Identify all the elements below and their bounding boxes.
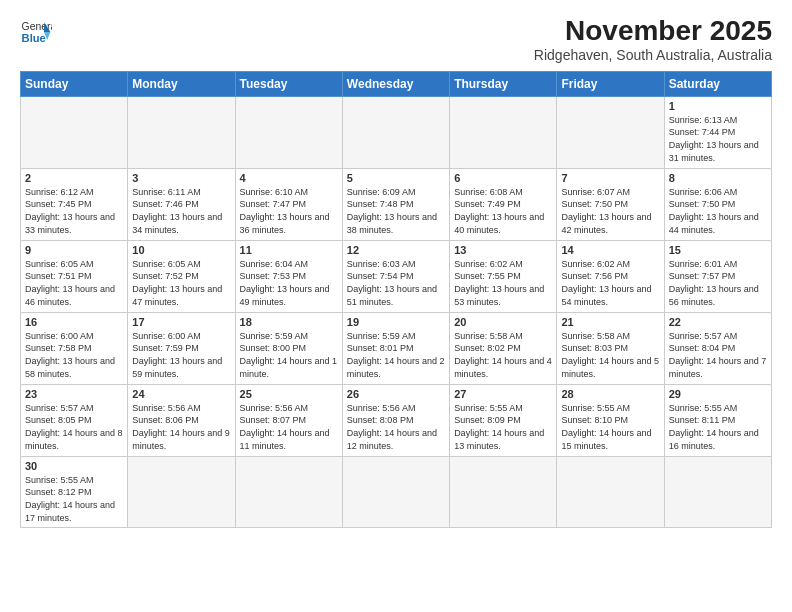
calendar-day-cell: 29Sunrise: 5:55 AM Sunset: 8:11 PM Dayli… — [664, 384, 771, 456]
calendar-day-cell: 26Sunrise: 5:56 AM Sunset: 8:08 PM Dayli… — [342, 384, 449, 456]
day-info: Sunrise: 6:09 AM Sunset: 7:48 PM Dayligh… — [347, 186, 445, 236]
day-info: Sunrise: 6:10 AM Sunset: 7:47 PM Dayligh… — [240, 186, 338, 236]
day-info: Sunrise: 6:13 AM Sunset: 7:44 PM Dayligh… — [669, 114, 767, 164]
title-section: November 2025 Ridgehaven, South Australi… — [534, 16, 772, 63]
weekday-header-thursday: Thursday — [450, 71, 557, 96]
day-number: 17 — [132, 316, 230, 328]
day-number: 27 — [454, 388, 552, 400]
calendar-day-cell: 7Sunrise: 6:07 AM Sunset: 7:50 PM Daylig… — [557, 168, 664, 240]
calendar-day-cell — [557, 456, 664, 527]
day-info: Sunrise: 6:05 AM Sunset: 7:51 PM Dayligh… — [25, 258, 123, 308]
day-number: 5 — [347, 172, 445, 184]
svg-text:Blue: Blue — [22, 32, 46, 44]
day-info: Sunrise: 6:04 AM Sunset: 7:53 PM Dayligh… — [240, 258, 338, 308]
calendar-week-row: 23Sunrise: 5:57 AM Sunset: 8:05 PM Dayli… — [21, 384, 772, 456]
calendar-day-cell: 21Sunrise: 5:58 AM Sunset: 8:03 PM Dayli… — [557, 312, 664, 384]
calendar-day-cell: 6Sunrise: 6:08 AM Sunset: 7:49 PM Daylig… — [450, 168, 557, 240]
calendar-day-cell — [342, 96, 449, 168]
calendar-day-cell: 22Sunrise: 5:57 AM Sunset: 8:04 PM Dayli… — [664, 312, 771, 384]
calendar-day-cell — [450, 96, 557, 168]
calendar-week-row: 16Sunrise: 6:00 AM Sunset: 7:58 PM Dayli… — [21, 312, 772, 384]
day-number: 1 — [669, 100, 767, 112]
day-number: 22 — [669, 316, 767, 328]
page: General Blue November 2025 Ridgehaven, S… — [0, 0, 792, 538]
calendar-day-cell: 12Sunrise: 6:03 AM Sunset: 7:54 PM Dayli… — [342, 240, 449, 312]
day-number: 19 — [347, 316, 445, 328]
weekday-header-monday: Monday — [128, 71, 235, 96]
calendar-day-cell — [128, 456, 235, 527]
weekday-header-sunday: Sunday — [21, 71, 128, 96]
day-info: Sunrise: 5:58 AM Sunset: 8:02 PM Dayligh… — [454, 330, 552, 380]
day-number: 13 — [454, 244, 552, 256]
calendar-day-cell: 10Sunrise: 6:05 AM Sunset: 7:52 PM Dayli… — [128, 240, 235, 312]
calendar-day-cell — [235, 456, 342, 527]
day-info: Sunrise: 5:57 AM Sunset: 8:04 PM Dayligh… — [669, 330, 767, 380]
calendar: SundayMondayTuesdayWednesdayThursdayFrid… — [20, 71, 772, 528]
day-number: 21 — [561, 316, 659, 328]
weekday-header-tuesday: Tuesday — [235, 71, 342, 96]
calendar-day-cell: 9Sunrise: 6:05 AM Sunset: 7:51 PM Daylig… — [21, 240, 128, 312]
calendar-day-cell — [235, 96, 342, 168]
calendar-day-cell: 16Sunrise: 6:00 AM Sunset: 7:58 PM Dayli… — [21, 312, 128, 384]
day-info: Sunrise: 5:59 AM Sunset: 8:01 PM Dayligh… — [347, 330, 445, 380]
calendar-day-cell: 1Sunrise: 6:13 AM Sunset: 7:44 PM Daylig… — [664, 96, 771, 168]
day-info: Sunrise: 5:59 AM Sunset: 8:00 PM Dayligh… — [240, 330, 338, 380]
day-number: 6 — [454, 172, 552, 184]
day-info: Sunrise: 6:00 AM Sunset: 7:58 PM Dayligh… — [25, 330, 123, 380]
calendar-week-row: 1Sunrise: 6:13 AM Sunset: 7:44 PM Daylig… — [21, 96, 772, 168]
day-number: 29 — [669, 388, 767, 400]
calendar-day-cell: 2Sunrise: 6:12 AM Sunset: 7:45 PM Daylig… — [21, 168, 128, 240]
day-number: 20 — [454, 316, 552, 328]
calendar-day-cell: 23Sunrise: 5:57 AM Sunset: 8:05 PM Dayli… — [21, 384, 128, 456]
day-number: 3 — [132, 172, 230, 184]
day-info: Sunrise: 6:12 AM Sunset: 7:45 PM Dayligh… — [25, 186, 123, 236]
header: General Blue November 2025 Ridgehaven, S… — [20, 16, 772, 63]
day-info: Sunrise: 5:56 AM Sunset: 8:06 PM Dayligh… — [132, 402, 230, 452]
day-info: Sunrise: 5:57 AM Sunset: 8:05 PM Dayligh… — [25, 402, 123, 452]
location: Ridgehaven, South Australia, Australia — [534, 47, 772, 63]
day-number: 26 — [347, 388, 445, 400]
day-number: 16 — [25, 316, 123, 328]
day-info: Sunrise: 6:11 AM Sunset: 7:46 PM Dayligh… — [132, 186, 230, 236]
calendar-day-cell: 17Sunrise: 6:00 AM Sunset: 7:59 PM Dayli… — [128, 312, 235, 384]
day-number: 18 — [240, 316, 338, 328]
weekday-header-friday: Friday — [557, 71, 664, 96]
day-number: 12 — [347, 244, 445, 256]
day-number: 15 — [669, 244, 767, 256]
calendar-day-cell: 24Sunrise: 5:56 AM Sunset: 8:06 PM Dayli… — [128, 384, 235, 456]
calendar-week-row: 9Sunrise: 6:05 AM Sunset: 7:51 PM Daylig… — [21, 240, 772, 312]
calendar-week-row: 2Sunrise: 6:12 AM Sunset: 7:45 PM Daylig… — [21, 168, 772, 240]
logo: General Blue — [20, 16, 52, 48]
calendar-day-cell — [342, 456, 449, 527]
day-info: Sunrise: 5:55 AM Sunset: 8:10 PM Dayligh… — [561, 402, 659, 452]
day-info: Sunrise: 5:58 AM Sunset: 8:03 PM Dayligh… — [561, 330, 659, 380]
calendar-day-cell: 25Sunrise: 5:56 AM Sunset: 8:07 PM Dayli… — [235, 384, 342, 456]
day-info: Sunrise: 6:08 AM Sunset: 7:49 PM Dayligh… — [454, 186, 552, 236]
day-number: 7 — [561, 172, 659, 184]
calendar-day-cell: 19Sunrise: 5:59 AM Sunset: 8:01 PM Dayli… — [342, 312, 449, 384]
day-number: 25 — [240, 388, 338, 400]
day-info: Sunrise: 6:02 AM Sunset: 7:56 PM Dayligh… — [561, 258, 659, 308]
day-number: 14 — [561, 244, 659, 256]
day-number: 11 — [240, 244, 338, 256]
calendar-day-cell: 14Sunrise: 6:02 AM Sunset: 7:56 PM Dayli… — [557, 240, 664, 312]
weekday-header-wednesday: Wednesday — [342, 71, 449, 96]
day-number: 24 — [132, 388, 230, 400]
day-info: Sunrise: 6:01 AM Sunset: 7:57 PM Dayligh… — [669, 258, 767, 308]
weekday-header-saturday: Saturday — [664, 71, 771, 96]
calendar-day-cell: 20Sunrise: 5:58 AM Sunset: 8:02 PM Dayli… — [450, 312, 557, 384]
calendar-day-cell — [128, 96, 235, 168]
day-info: Sunrise: 5:56 AM Sunset: 8:08 PM Dayligh… — [347, 402, 445, 452]
day-info: Sunrise: 6:03 AM Sunset: 7:54 PM Dayligh… — [347, 258, 445, 308]
calendar-day-cell — [557, 96, 664, 168]
day-info: Sunrise: 6:07 AM Sunset: 7:50 PM Dayligh… — [561, 186, 659, 236]
day-number: 9 — [25, 244, 123, 256]
day-info: Sunrise: 6:02 AM Sunset: 7:55 PM Dayligh… — [454, 258, 552, 308]
day-number: 28 — [561, 388, 659, 400]
calendar-day-cell: 30Sunrise: 5:55 AM Sunset: 8:12 PM Dayli… — [21, 456, 128, 527]
calendar-day-cell: 8Sunrise: 6:06 AM Sunset: 7:50 PM Daylig… — [664, 168, 771, 240]
calendar-day-cell: 18Sunrise: 5:59 AM Sunset: 8:00 PM Dayli… — [235, 312, 342, 384]
day-number: 4 — [240, 172, 338, 184]
month-title: November 2025 — [534, 16, 772, 47]
day-info: Sunrise: 5:56 AM Sunset: 8:07 PM Dayligh… — [240, 402, 338, 452]
